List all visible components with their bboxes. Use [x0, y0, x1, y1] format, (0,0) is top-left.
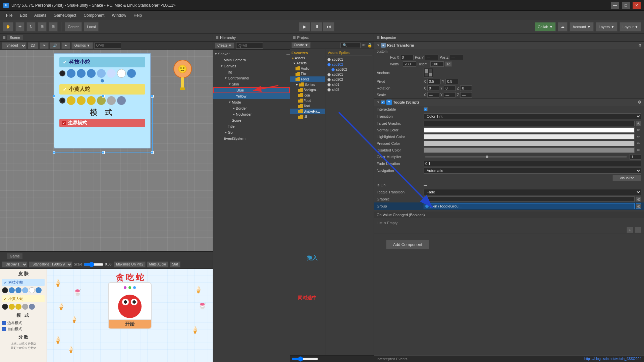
visualize-btn[interactable]: Visualize	[612, 175, 641, 181]
rotation-y-input[interactable]	[444, 85, 455, 91]
tree-assets-root[interactable]: ▼ Assets	[290, 61, 325, 66]
pos-y-input[interactable]	[425, 55, 438, 60]
audio-btn[interactable]: 🔊	[50, 42, 60, 49]
hier-noborder[interactable]: ►NoBorder	[213, 111, 290, 117]
resolution-select[interactable]: Standalone (1280x720)	[29, 261, 72, 267]
event-remove-btn[interactable]: −	[635, 227, 641, 233]
group-field[interactable]: Skin (ToggleGrou...	[424, 203, 635, 209]
layers-btn[interactable]: Layers ▼	[596, 22, 618, 32]
graphic-pick[interactable]: ◎	[636, 196, 641, 202]
menu-edit[interactable]: Edit	[16, 12, 30, 19]
asset-sh01[interactable]: sh01	[327, 82, 372, 87]
tab-game[interactable]: Game	[7, 253, 22, 259]
asset-sb0202[interactable]: sb0202	[327, 77, 372, 82]
pos-x-input[interactable]	[400, 55, 414, 60]
rect-transform-header[interactable]: ▼ R Rect Transform ⚙	[374, 42, 644, 49]
asset-sb0102[interactable]: sb0102	[327, 62, 372, 67]
highlighted-color-swatch[interactable]	[424, 134, 635, 139]
maximize-btn[interactable]: □	[622, 2, 630, 9]
menu-file[interactable]: File	[3, 12, 16, 19]
tree-sprites[interactable]: ► Sprites	[290, 82, 325, 87]
play-btn[interactable]: ▶	[299, 22, 310, 32]
project-search[interactable]	[340, 43, 361, 48]
move-tool[interactable]: ✛	[15, 22, 24, 32]
hand-tool[interactable]: ✋	[3, 22, 13, 32]
menu-gameobject[interactable]: GameObject	[50, 12, 79, 19]
toggle-enabled-checkbox[interactable]: ✓	[381, 100, 385, 104]
toggle-transition-select[interactable]: Fade	[424, 189, 641, 195]
hier-blue[interactable]: Blue	[213, 87, 290, 93]
tree-fbx[interactable]: Fbx	[290, 71, 325, 76]
cloud-btn[interactable]: ☁	[558, 22, 568, 32]
fx-btn[interactable]: ✦	[61, 42, 70, 49]
scale-z-input[interactable]	[460, 92, 472, 98]
interactable-checkbox[interactable]: ✓	[424, 107, 428, 111]
fade-duration-input[interactable]	[424, 161, 641, 166]
r-button[interactable]: R	[445, 61, 452, 67]
hier-mode[interactable]: ▼Mode	[213, 99, 290, 105]
graphic-input[interactable]	[424, 196, 635, 202]
shading-select[interactable]: Shaded	[2, 42, 26, 49]
lighting-btn[interactable]: ☀	[40, 42, 49, 49]
tree-snakepa[interactable]: SnakePa...	[290, 109, 325, 114]
pressed-color-edit[interactable]: ✏	[636, 141, 641, 146]
toggle-script-header[interactable]: ▼ ✓ T Toggle (Script) ⚙	[374, 99, 644, 106]
asset-sb0201[interactable]: sb0201	[327, 72, 372, 77]
step-btn[interactable]: ⏭	[323, 22, 334, 32]
display-select[interactable]: Display 1	[2, 261, 28, 267]
rotation-z-input[interactable]	[460, 85, 472, 91]
center-btn[interactable]: Center	[65, 22, 82, 32]
tree-food[interactable]: Food	[290, 98, 325, 103]
transition-select[interactable]: Color Tint	[424, 113, 641, 119]
tree-audio[interactable]: Audio	[290, 66, 325, 71]
hier-eventsystem[interactable]: EventSystem	[213, 135, 290, 141]
event-add-btn[interactable]: +	[627, 227, 633, 233]
pivot-y-input[interactable]	[445, 79, 459, 84]
target-graphic-pick[interactable]: ◎	[636, 121, 641, 126]
hier-score[interactable]: Score	[213, 117, 290, 123]
color-multiplier-input[interactable]	[630, 154, 641, 160]
eye-btn[interactable]: 👁	[362, 43, 366, 48]
group-pick[interactable]: ◎	[636, 203, 641, 209]
asset-sb0102-sub[interactable]: sb0102	[327, 67, 372, 72]
height-input[interactable]	[430, 61, 444, 67]
scene-search[interactable]	[94, 43, 121, 49]
collab-btn[interactable]: Collab ▼	[535, 22, 556, 32]
scale-tool[interactable]: ⊞	[38, 22, 47, 32]
menu-window[interactable]: Window	[108, 12, 129, 19]
pos-z-input[interactable]	[450, 55, 463, 60]
mute-btn[interactable]: Mute Audio	[147, 261, 168, 267]
rotate-tool[interactable]: ↻	[26, 22, 36, 32]
menu-assets[interactable]: Assets	[31, 12, 50, 19]
hier-scene[interactable]: ▼ Snake* —	[213, 51, 290, 57]
project-create-btn[interactable]: Create ▼	[291, 42, 311, 48]
normal-color-swatch[interactable]	[424, 127, 635, 133]
tree-icon[interactable]: Icon	[290, 93, 325, 98]
asset-sh02[interactable]: sh02	[327, 87, 372, 92]
highlighted-color-edit[interactable]: ✏	[636, 134, 641, 139]
tree-ui[interactable]: UI	[290, 114, 325, 119]
menu-help[interactable]: Help	[130, 12, 145, 19]
project-size-slider[interactable]	[291, 357, 318, 361]
2d-btn[interactable]: 2D	[28, 42, 38, 49]
hier-border[interactable]: ►Border	[213, 105, 290, 111]
hier-controlpanel[interactable]: ▼ControlPanel	[213, 75, 290, 81]
hierarchy-create-btn[interactable]: Create ▼	[215, 43, 234, 49]
tree-fonts[interactable]: Fonts	[290, 76, 325, 82]
hier-bg[interactable]: Bg	[213, 69, 290, 75]
hier-skin[interactable]: ▼Skin	[213, 81, 290, 87]
tree-tool[interactable]: Tool	[290, 103, 325, 109]
hier-go[interactable]: ►Go	[213, 129, 290, 135]
hierarchy-search[interactable]	[236, 43, 263, 49]
scale-x-input[interactable]	[427, 92, 439, 98]
hier-title[interactable]: Title	[213, 123, 290, 129]
game-view[interactable]: 皮 肤 ✓ 科技小蛇 ✓ 小黄人蛇	[0, 269, 213, 362]
account-btn[interactable]: Account ▼	[570, 22, 594, 32]
rotation-x-input[interactable]	[427, 85, 439, 91]
disabled-color-swatch[interactable]	[424, 147, 635, 153]
target-graphic-input[interactable]	[424, 121, 635, 126]
normal-color-edit[interactable]: ✏	[636, 127, 641, 133]
hier-canvas[interactable]: ▼Canvas	[213, 63, 290, 69]
scale-y-input[interactable]	[444, 92, 455, 98]
pressed-color-swatch[interactable]	[424, 141, 635, 146]
